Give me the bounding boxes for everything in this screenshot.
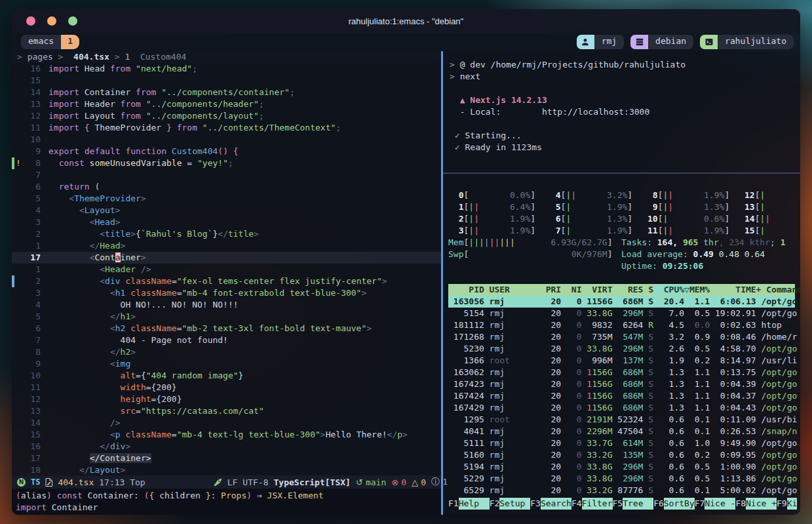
maximize-button[interactable] — [68, 16, 77, 26]
sign-column — [14, 146, 22, 157]
titlebar[interactable]: rahuljuliato:1:emacs - "debian" — [12, 9, 800, 33]
statusline-filename[interactable]: 404.tsx — [58, 477, 94, 487]
code-line[interactable]: 11 width={200} — [12, 382, 441, 393]
code-line[interactable]: 1 </Head> — [12, 240, 441, 252]
process-row[interactable]: 5154 rmj 20 0 33.8G 296M S 7.0 0.5 19:02… — [448, 308, 795, 319]
fkey-F5-label[interactable]: Tree — [623, 498, 653, 510]
code-line[interactable]: 9 <img — [12, 358, 441, 370]
host-badge-label: debian — [648, 35, 693, 49]
code-line[interactable]: 8 </h2> — [12, 346, 441, 358]
fkey-F3[interactable]: F3 — [530, 498, 541, 510]
fkey-F4[interactable]: F4 — [571, 498, 582, 510]
fkey-F2[interactable]: F2 — [490, 498, 500, 510]
code-line[interactable]: 14import Container from "../components/c… — [12, 87, 441, 98]
fkey-F9[interactable]: F9 — [777, 498, 787, 510]
process-row[interactable]: 5229 rmj 20 0 33.8G 296M S 0.6 0.5 1:13.… — [448, 473, 795, 485]
code-line[interactable]: 12import Layout from "../components/layo… — [12, 110, 441, 122]
terminal-line — [450, 118, 794, 130]
process-row[interactable]: 6529 rmj 20 0 33.2G 87776 S 0.6 0.1 5:00… — [448, 485, 795, 496]
code-line[interactable]: 13 src="https://cataas.com/cat" — [12, 405, 441, 417]
panes: > pages > 404.tsx > 1 Custom404 16import… — [12, 51, 800, 515]
code-line[interactable]: 10 alt={"404 random image"} — [12, 370, 441, 382]
code-line[interactable]: 1 <Header /> — [12, 264, 441, 275]
line-number: 11 — [22, 382, 41, 393]
editor-pane[interactable]: > pages > 404.tsx > 1 Custom404 16import… — [12, 51, 441, 515]
process-row[interactable]: 167424 rmj 20 0 1156G 686M S 1.3 1.1 0:0… — [448, 390, 795, 402]
sort-column-header[interactable]: CPU%▽ — [653, 285, 689, 294]
code-text: src="https://cataas.com/cat" — [41, 405, 264, 417]
code-line[interactable]: 3 <h1 className="mb-4 font-extrabold tex… — [12, 287, 441, 299]
tmux-tab-emacs[interactable]: emacs 1 — [21, 35, 79, 49]
code-text: </Layout> — [41, 464, 125, 475]
fkey-F4-label[interactable]: Filter — [582, 498, 613, 510]
code-line[interactable]: 16import Head from "next/head"; — [12, 63, 441, 75]
code-line[interactable]: 9export default function Custom404() { — [12, 146, 441, 157]
fkey-F7-label[interactable]: Nice - — [705, 498, 735, 510]
code-line[interactable]: 13import Header from "../components/head… — [12, 98, 441, 110]
code-line[interactable]: 10 — [12, 134, 441, 146]
terminal-line: > next — [450, 71, 794, 83]
code-line[interactable]: 15 — [12, 75, 441, 87]
code-line[interactable]: 2 <title>{`Rahul's Blog`}</title> — [12, 228, 441, 240]
fkey-F3-label[interactable]: Search — [541, 498, 571, 510]
code-line[interactable]: 4 <Layout> — [12, 205, 441, 216]
fkey-F1-label[interactable]: Help — [459, 498, 490, 510]
code-text: </h2> — [41, 346, 136, 358]
code-line[interactable]: 7 404 - Page not found! — [12, 334, 441, 346]
code-line[interactable]: 6 <h2 className="mb-2 text-3xl font-bold… — [12, 323, 441, 334]
process-row[interactable]: 4041 rmj 20 0 2296M 47504 S 0.6 0.1 0:26… — [448, 426, 795, 437]
fkey-F6-label[interactable]: SortBy — [664, 498, 695, 510]
code-line[interactable]: 6 return ( — [12, 181, 441, 193]
code-line[interactable]: 11import { ThemeProvider } from "../cont… — [12, 122, 441, 134]
code-line[interactable]: 17 <Container> — [12, 252, 441, 264]
code-line[interactable]: !8 const someUnusedVariable = "yey!"; — [12, 157, 441, 169]
cpu-meter-8: 8[|| 1.9%] — [642, 190, 729, 201]
process-row[interactable]: 1295 root 20 0 2191M 52324 S 0.6 0.1 0:1… — [448, 414, 795, 426]
process-row[interactable]: 181112 rmj 20 0 9832 6264 R 4.5 0.0 0:02… — [448, 319, 795, 331]
cpu-meter-row: 0[ 0.0%] 4[|| 3.2%] 8[|| 1.9%] 12[| 1.3%… — [448, 190, 795, 201]
process-row[interactable]: 163062 rmj 20 0 1156G 686M S 1.3 1.1 0:1… — [448, 367, 795, 378]
process-row[interactable]: 167423 rmj 20 0 1156G 686M S 1.3 1.1 0:0… — [448, 378, 795, 390]
process-row[interactable]: 1366 root 20 0 996M 137M S 1.9 0.2 8:14.… — [448, 355, 795, 367]
code-line[interactable]: 12 height={200} — [12, 393, 441, 405]
process-row[interactable]: 171268 rmj 20 0 735M 547M S 3.2 0.9 0:08… — [448, 331, 795, 343]
code-line[interactable]: 16 </div> — [12, 441, 441, 453]
code-line[interactable]: 18 </Layout> — [12, 464, 441, 475]
code-line[interactable]: 15 <p className="mb-4 text-lg text-blue-… — [12, 429, 441, 441]
process-row[interactable]: 5111 rmj 20 0 33.7G 614M S 0.6 1.0 9:49.… — [448, 437, 795, 449]
process-table-header[interactable]: PID USER PRI NI VIRT RES S CPU%▽MEM% TIM… — [448, 284, 795, 296]
process-row[interactable]: 163056 rmj 20 0 1156G 686M S 20.4 1.1 6:… — [448, 296, 795, 308]
code-text: 404 - Page not found! — [41, 334, 228, 346]
git-branch[interactable]: ↺ main — [356, 477, 386, 487]
code-area[interactable]: 16import Head from "next/head"; 15 14imp… — [12, 63, 441, 475]
fkey-F1[interactable]: F1 — [448, 498, 459, 510]
process-row[interactable]: 5194 rmj 20 0 33.8G 296M S 0.6 0.5 1:00.… — [448, 461, 795, 473]
htop-pane[interactable]: 0[ 0.0%] 4[|| 3.2%] 8[|| 1.9%] 12[| 1.3%… — [443, 174, 800, 515]
fkey-F2-label[interactable]: Setup — [499, 498, 530, 510]
fkey-F8-label[interactable]: Nice + — [746, 498, 777, 510]
process-row[interactable]: 5160 rmj 20 0 33.2G 135M S 0.6 0.2 0:09.… — [448, 449, 795, 461]
dev-server-pane[interactable]: > @ dev /home/rmj/Projects/github/rahulj… — [443, 51, 800, 172]
line-number: 17 — [22, 252, 41, 264]
warning-count[interactable]: △ 0 — [412, 477, 426, 487]
fkey-F6[interactable]: F6 — [653, 498, 664, 510]
fkey-F8[interactable]: F8 — [735, 498, 746, 510]
process-row[interactable]: 167429 rmj 20 0 1156G 686M S 1.3 1.1 0:0… — [448, 402, 795, 414]
fkey-F5[interactable]: F5 — [613, 498, 623, 510]
close-button[interactable] — [26, 16, 35, 26]
process-row[interactable]: 5230 rmj 20 0 33.8G 296M S 2.6 0.5 4:58.… — [448, 343, 795, 355]
code-line[interactable]: 2 <div className="fex-ol tems-center fle… — [12, 275, 441, 287]
fkey-F9-label[interactable]: Ki — [787, 498, 798, 510]
code-line[interactable]: 5 <ThemeProvider> — [12, 193, 441, 205]
code-line[interactable]: 14 /> — [12, 417, 441, 429]
code-line[interactable]: 5 </h1> — [12, 311, 441, 323]
minimize-button[interactable] — [47, 16, 56, 26]
code-line[interactable]: 3 <Head> — [12, 216, 441, 228]
error-count[interactable]: ⊗ 0 — [391, 477, 406, 487]
fkey-F7[interactable]: F7 — [695, 498, 705, 510]
line-number: 5 — [22, 193, 41, 205]
code-line[interactable]: 17 </Container> — [12, 453, 441, 464]
code-line[interactable]: 4 OH NO!... NO! NO! NO!!! — [12, 299, 441, 311]
code-line[interactable]: 7 — [12, 169, 441, 181]
code-text: import Layout from "../components/layout… — [41, 110, 264, 122]
